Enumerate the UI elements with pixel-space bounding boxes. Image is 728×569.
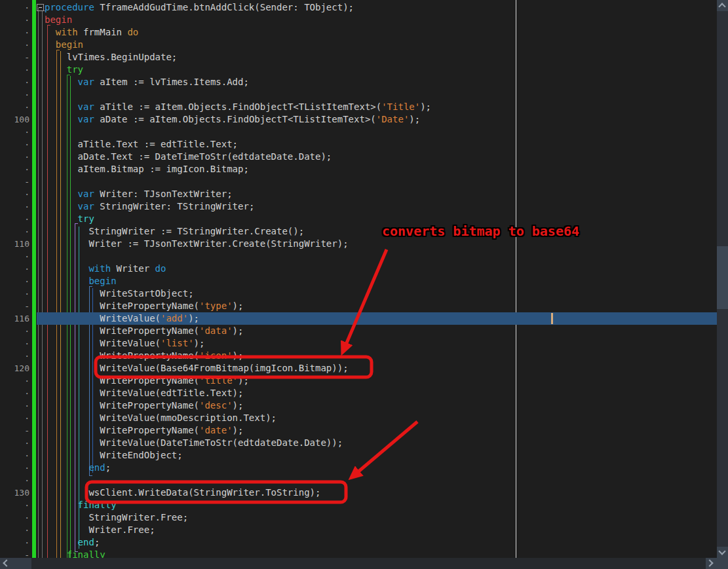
code-line[interactable]: · var aTitle := aItem.Objects.FindObject… [0,101,717,113]
code-line[interactable]: · try [0,213,717,225]
code-line[interactable]: · WriteValue(edtTitle.Text); [0,387,717,399]
code-line[interactable]: · [0,474,717,486]
code-line[interactable]: · var StringWriter: TStringWriter; [0,200,717,213]
code-line[interactable]: · [0,88,717,101]
code-line[interactable]: ·procedure TframeAddGudTime.btnAddClick(… [0,1,717,14]
gutter-marker[interactable]: - [0,51,29,64]
gutter-marker[interactable]: · [0,64,29,76]
gutter-marker[interactable]: · [0,263,29,275]
code-line[interactable]: · aItem.Bitmap := imgIcon.Bitmap; [0,163,717,175]
gutter-marker[interactable]: · [0,76,29,88]
code-line[interactable]: · WriteStartObject; [0,287,717,300]
code-line[interactable]: · finally [0,499,717,511]
code-line[interactable]: - WritePropertyName('type'); [0,300,717,312]
code-line[interactable]: ·begin [0,14,717,26]
gutter-marker[interactable]: · [0,499,29,511]
code-line[interactable]: · WriteEndObject; [0,449,717,462]
scroll-right-button[interactable] [706,558,717,569]
gutter-marker[interactable]: · [0,287,29,300]
code-line[interactable]: · aDate.Text := DateTimeToStr(edtdateDat… [0,151,717,163]
gutter-marker[interactable]: · [0,337,29,350]
code-line[interactable]: · end; [0,536,717,549]
code-rows[interactable]: ·procedure TframeAddGudTime.btnAddClick(… [0,1,717,561]
gutter-marker[interactable]: - [0,175,29,188]
code-line[interactable]: · aTitle.Text := edtTitle.Text; [0,138,717,151]
gutter-marker[interactable]: · [0,151,29,163]
gutter-marker[interactable]: · [0,325,29,337]
code-line[interactable]: 116 WriteValue('add'); [0,312,717,325]
gutter-marker[interactable]: · [0,449,29,462]
gutter-marker[interactable]: · [0,275,29,287]
gutter-marker[interactable]: · [0,213,29,225]
gutter-marker[interactable]: 120 [0,362,29,375]
code-line[interactable]: · WritePropertyName('data'); [0,325,717,337]
gutter-marker[interactable]: · [0,536,29,549]
code-line[interactable]: · [0,250,717,263]
gutter-marker[interactable]: 100 [0,113,29,126]
code-line[interactable]: · end; [0,462,717,474]
code-fold-collapse-icon[interactable] [37,4,44,11]
code-line[interactable]: · begin [0,275,717,287]
gutter-marker[interactable]: · [0,163,29,175]
code-line[interactable]: · with frmMain do [0,26,717,39]
gutter-marker[interactable]: · [0,88,29,101]
code-line[interactable]: · StringWriter := TStringWriter.Create()… [0,225,717,238]
gutter-marker[interactable]: · [0,126,29,138]
gutter-marker[interactable]: · [0,101,29,113]
vertical-scrollbar[interactable] [717,0,728,558]
horizontal-scrollbar-thumb[interactable] [11,558,31,569]
code-line[interactable]: 120 WriteValue(Base64FromBitmap(imgIcon.… [0,362,717,375]
gutter-marker[interactable]: · [0,511,29,524]
horizontal-scrollbar[interactable] [0,558,717,569]
gutter-marker[interactable]: 130 [0,486,29,499]
gutter-marker[interactable]: - [0,424,29,437]
gutter-marker[interactable]: · [0,524,29,536]
code-line[interactable]: - WritePropertyName('date'); [0,424,717,437]
gutter-marker[interactable]: · [0,399,29,412]
gutter-marker[interactable]: · [0,39,29,51]
code-line[interactable]: · StringWriter.Free; [0,511,717,524]
code-line[interactable]: - lvTimes.BeginUpdate; [0,51,717,64]
code-text: WriteValue(DateTimeToStr(edtdateDate.Dat… [45,437,343,449]
code-line[interactable]: 130 wsClient.WriteData(StringWriter.ToSt… [0,486,717,499]
code-line[interactable]: · WriteValue(DateTimeToStr(edtdateDate.D… [0,437,717,449]
gutter-marker[interactable]: · [0,1,29,14]
gutter-marker[interactable]: · [0,462,29,474]
scroll-up-button[interactable] [717,0,728,11]
code-line[interactable]: · WriteValue(mmoDescription.Text); [0,412,717,424]
code-line[interactable]: · var Writer: TJsonTextWriter; [0,188,717,200]
code-line[interactable]: · begin [0,39,717,51]
gutter-marker[interactable]: · [0,225,29,238]
gutter-marker[interactable]: 116 [0,312,29,325]
code-line[interactable]: 110 Writer := TJsonTextWriter.Create(Str… [0,238,717,250]
gutter-marker[interactable]: · [0,138,29,151]
gutter-marker[interactable]: · [0,188,29,200]
code-line[interactable]: - [0,175,717,188]
code-line[interactable]: · var aItem := lvTimes.Items.Add; [0,76,717,88]
gutter-marker[interactable]: - [0,300,29,312]
code-line[interactable]: · with Writer do [0,263,717,275]
gutter-marker[interactable]: · [0,200,29,213]
code-token: 'icon' [199,350,233,361]
code-line[interactable]: 100 var aDate := aItem.Objects.FindObjec… [0,113,717,126]
code-line[interactable]: · WritePropertyName('desc'); [0,399,717,412]
gutter-marker[interactable]: · [0,26,29,39]
vertical-scrollbar-thumb[interactable] [717,246,728,309]
gutter-marker[interactable]: · [0,437,29,449]
code-line[interactable]: · WriteValue('list'); [0,337,717,350]
gutter-marker[interactable]: · [0,250,29,263]
gutter-marker[interactable]: · [0,14,29,26]
code-line[interactable]: · Writer.Free; [0,524,717,536]
code-line[interactable]: · [0,126,717,138]
code-line[interactable]: · WritePropertyName('title'); [0,375,717,387]
code-line[interactable]: · try [0,64,717,76]
code-line[interactable]: · WritePropertyName('icon'); [0,350,717,362]
gutter-marker[interactable]: · [0,350,29,362]
scroll-left-button[interactable] [0,558,11,569]
scroll-down-button[interactable] [717,547,728,558]
gutter-marker[interactable]: · [0,412,29,424]
gutter-marker[interactable]: · [0,474,29,486]
gutter-marker[interactable]: · [0,387,29,399]
gutter-marker[interactable]: 110 [0,238,29,250]
gutter-marker[interactable]: · [0,375,29,387]
